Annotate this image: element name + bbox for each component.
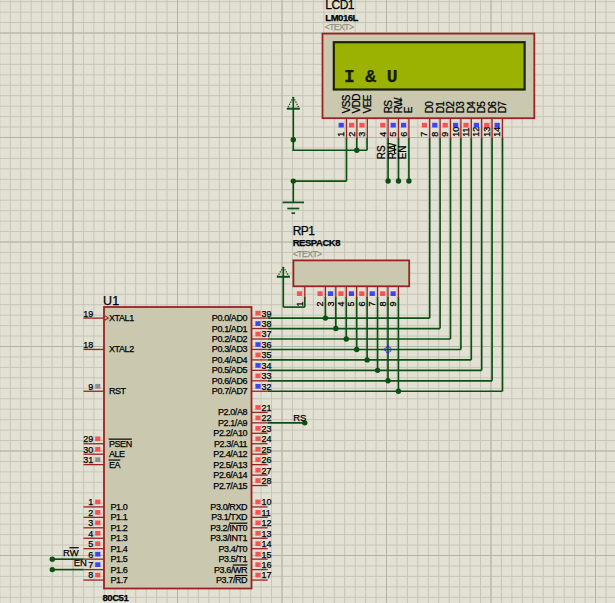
svg-text:21: 21 xyxy=(261,403,271,413)
svg-text:P1.3: P1.3 xyxy=(111,533,128,543)
svg-text:6: 6 xyxy=(399,132,409,137)
svg-text:22: 22 xyxy=(261,413,271,423)
svg-text:27: 27 xyxy=(261,466,271,476)
svg-text:11: 11 xyxy=(461,127,471,136)
svg-text:7: 7 xyxy=(420,132,430,137)
svg-text:7: 7 xyxy=(367,301,377,306)
svg-text:5: 5 xyxy=(346,301,356,306)
svg-text:EA: EA xyxy=(109,460,121,470)
svg-text:P2.4/A12: P2.4/A12 xyxy=(213,449,247,459)
svg-text:P3.0/RXD: P3.0/RXD xyxy=(210,502,248,512)
svg-text:VEE: VEE xyxy=(362,94,373,113)
svg-text:VDD: VDD xyxy=(352,94,363,113)
svg-text:P2.7/A15: P2.7/A15 xyxy=(213,481,247,491)
svg-text:P2.1/A9: P2.1/A9 xyxy=(218,418,248,428)
svg-text:RP1: RP1 xyxy=(293,224,316,238)
svg-text:10: 10 xyxy=(261,497,271,507)
svg-text:16: 16 xyxy=(261,560,271,570)
svg-text:P1.7: P1.7 xyxy=(111,575,128,585)
svg-text:3: 3 xyxy=(326,301,336,306)
svg-text:1: 1 xyxy=(336,132,346,137)
svg-text:34: 34 xyxy=(261,361,271,371)
svg-text:9: 9 xyxy=(440,132,450,137)
svg-text:3: 3 xyxy=(88,518,93,528)
svg-text:P0.7/AD7: P0.7/AD7 xyxy=(212,386,248,396)
svg-text:14: 14 xyxy=(492,127,502,137)
svg-text:P1.5: P1.5 xyxy=(111,554,128,564)
svg-text:U1: U1 xyxy=(103,294,120,308)
svg-text:9: 9 xyxy=(88,382,93,392)
svg-text:P2.6/A14: P2.6/A14 xyxy=(213,470,247,480)
svg-text:P0.5/AD5: P0.5/AD5 xyxy=(212,365,248,375)
svg-text:VSS: VSS xyxy=(341,94,352,113)
svg-text:P1.4: P1.4 xyxy=(111,544,128,554)
svg-text:19: 19 xyxy=(83,309,93,319)
svg-text:25: 25 xyxy=(261,445,271,455)
svg-text:P0.0/AD0: P0.0/AD0 xyxy=(212,313,248,323)
svg-text:P0.4/AD4: P0.4/AD4 xyxy=(212,355,248,365)
svg-text:37: 37 xyxy=(261,329,271,339)
svg-text:I & U: I & U xyxy=(344,67,398,87)
svg-text:36: 36 xyxy=(261,340,271,350)
svg-text:RS: RS xyxy=(383,100,394,113)
svg-text:RESPACK8: RESPACK8 xyxy=(293,237,341,248)
svg-text:P2.5/A13: P2.5/A13 xyxy=(213,460,247,470)
svg-text:P3.2/INT0: P3.2/INT0 xyxy=(210,523,247,533)
svg-text:XTAL1: XTAL1 xyxy=(109,313,134,323)
svg-text:RS: RS xyxy=(376,145,387,159)
svg-text:P3.5/T1: P3.5/T1 xyxy=(218,554,247,564)
svg-text:D0: D0 xyxy=(424,101,435,113)
svg-text:RST: RST xyxy=(109,386,127,396)
svg-text:P3.1/TXD: P3.1/TXD xyxy=(211,512,248,522)
svg-text:P1.0: P1.0 xyxy=(111,502,128,512)
svg-text:P3.4/T0: P3.4/T0 xyxy=(218,544,247,554)
svg-text:P3.7/RD: P3.7/RD xyxy=(216,575,248,585)
svg-text:6: 6 xyxy=(88,550,93,560)
svg-text:15: 15 xyxy=(261,550,271,560)
svg-text:2: 2 xyxy=(315,301,325,306)
svg-text:3: 3 xyxy=(357,132,367,137)
svg-text:14: 14 xyxy=(261,539,271,549)
svg-text:5: 5 xyxy=(388,132,398,137)
svg-text:31: 31 xyxy=(83,455,93,465)
svg-text:D5: D5 xyxy=(476,101,487,113)
svg-text:11: 11 xyxy=(261,508,270,518)
svg-text:XTAL2: XTAL2 xyxy=(109,344,134,354)
svg-text:80C51: 80C51 xyxy=(103,592,130,603)
svg-text:D4: D4 xyxy=(466,101,477,113)
svg-text:D2: D2 xyxy=(445,101,456,113)
svg-text:30: 30 xyxy=(83,445,93,455)
svg-text:ALE: ALE xyxy=(109,449,125,459)
svg-text:4: 4 xyxy=(336,301,346,306)
svg-text:24: 24 xyxy=(261,434,271,444)
svg-text:1: 1 xyxy=(88,497,93,507)
svg-text:P0.3/AD3: P0.3/AD3 xyxy=(212,344,248,354)
svg-text:RW: RW xyxy=(387,142,398,159)
svg-text:P0.1/AD1: P0.1/AD1 xyxy=(212,324,248,334)
svg-text:33: 33 xyxy=(261,371,271,381)
svg-text:12: 12 xyxy=(472,127,482,137)
svg-text:13: 13 xyxy=(261,529,271,539)
svg-text:13: 13 xyxy=(482,127,492,137)
svg-text:17: 17 xyxy=(261,570,271,580)
svg-text:P3.6/WR: P3.6/WR xyxy=(214,565,248,575)
svg-text:P3.3/INT1: P3.3/INT1 xyxy=(210,533,247,543)
svg-text:RW: RW xyxy=(393,97,404,113)
svg-text:39: 39 xyxy=(261,309,271,319)
svg-text:2: 2 xyxy=(347,132,357,137)
svg-text:32: 32 xyxy=(261,382,271,392)
svg-text:28: 28 xyxy=(261,476,271,486)
svg-text:P1.1: P1.1 xyxy=(111,512,128,522)
svg-text:<TEXT>: <TEXT> xyxy=(325,22,354,32)
svg-text:35: 35 xyxy=(261,350,271,360)
svg-text:5: 5 xyxy=(88,539,93,549)
svg-text:8: 8 xyxy=(88,570,93,580)
svg-text:P2.0/A8: P2.0/A8 xyxy=(218,407,248,417)
svg-text:18: 18 xyxy=(83,340,93,350)
svg-text:26: 26 xyxy=(261,455,271,465)
svg-text:29: 29 xyxy=(83,434,93,444)
svg-text:D6: D6 xyxy=(487,101,498,113)
svg-text:2: 2 xyxy=(88,508,93,518)
svg-text:6: 6 xyxy=(357,301,367,306)
svg-text:<TEXT>: <TEXT> xyxy=(293,249,322,259)
